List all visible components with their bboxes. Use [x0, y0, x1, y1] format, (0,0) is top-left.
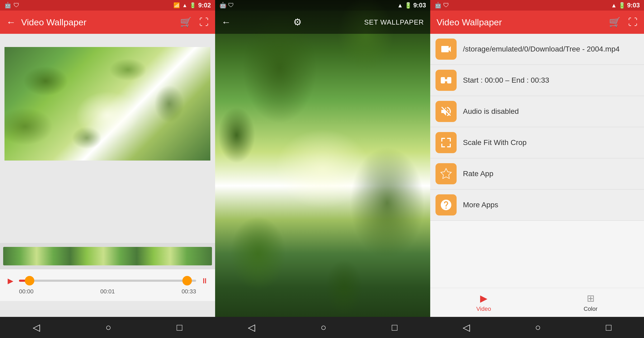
menu-item-time-range[interactable]: Start : 00:00 – End : 00:33: [430, 65, 644, 96]
menu-item-scale-fit-label: Scale Fit With Crop: [463, 138, 527, 147]
toolbar-panel3: Video Wallpaper 🛒 ⛶: [430, 11, 644, 34]
scale-fit-icon-box: [435, 132, 457, 153]
settings-button-panel2[interactable]: ⚙: [293, 17, 302, 28]
back-button-panel2[interactable]: ←: [221, 17, 231, 28]
shield-icon-p3: 🛡: [443, 2, 449, 8]
status-left-icons: 🤖 🛡: [4, 2, 19, 9]
status-right-panel3: ▲ 🔋 9:03: [611, 2, 640, 9]
panel-video-preview: 🤖 🛡 ▲ 🔋 9:03 ← ⚙ SET WALLPAPER ◁ ○ □: [215, 0, 430, 338]
battery-p2: 🔋: [405, 2, 412, 9]
cart-icon-panel3[interactable]: 🛒: [609, 17, 621, 28]
home-nav-panel1[interactable]: ○: [106, 322, 111, 333]
tab-color[interactable]: ⊞ Color: [537, 288, 644, 317]
nav-bar-panel2: ◁ ○ □: [215, 317, 430, 338]
audio-mute-icon: [440, 105, 452, 118]
android-icon: 🤖: [4, 2, 11, 9]
menu-item-file-path[interactable]: /storage/emulated/0/Download/Tree - 2004…: [430, 34, 644, 65]
recents-nav-panel2[interactable]: □: [392, 322, 397, 333]
audio-text: Audio is disabled: [463, 107, 519, 116]
wifi-p2: ▲: [397, 2, 403, 9]
svg-rect-1: [447, 77, 451, 83]
start-time-label: 00:00: [19, 288, 34, 295]
recents-nav-panel3[interactable]: □: [606, 322, 612, 333]
star-icon: [440, 167, 452, 180]
video-camera-icon: [440, 43, 452, 55]
cart-icon-panel1[interactable]: 🛒: [180, 17, 192, 28]
fullscreen-icon-panel3[interactable]: ⛶: [628, 17, 638, 28]
app-title-panel1: Video Wallpaper: [21, 17, 175, 27]
time-range-icon: [440, 74, 452, 87]
back-nav-panel1[interactable]: ◁: [33, 322, 40, 333]
wifi-icon: ▲: [182, 2, 187, 8]
timeline-container[interactable]: [0, 243, 215, 269]
home-nav-panel2[interactable]: ○: [321, 322, 326, 333]
fullscreen-icon-panel1[interactable]: ⛶: [199, 17, 209, 28]
progress-row: ▶ ⏸: [5, 275, 210, 286]
app-title-panel3: Video Wallpaper: [437, 17, 604, 27]
status-bar-panel1: 🤖 🛡 📶 ▲ 🔋 9:02: [0, 0, 215, 11]
panel-settings: 🤖 🛡 ▲ 🔋 9:03 Video Wallpaper 🛒 ⛶ /storag…: [430, 0, 644, 338]
scale-fit-text: Scale Fit With Crop: [463, 138, 527, 147]
menu-item-audio[interactable]: Audio is disabled: [430, 96, 644, 127]
battery-p3: 🔋: [618, 2, 626, 9]
android-icon-p3: 🤖: [434, 2, 442, 8]
status-bar-panel2: 🤖 🛡 ▲ 🔋 9:03: [215, 0, 430, 11]
play-tab-icon: ▶: [480, 293, 487, 304]
time-range-text: Start : 00:00 – End : 00:33: [463, 76, 549, 84]
video-background: [215, 0, 430, 338]
back-nav-panel3[interactable]: ◁: [463, 322, 470, 333]
timeline-strip[interactable]: [3, 247, 212, 265]
sim-icon: 📶: [173, 2, 180, 8]
file-path-text: /storage/emulated/0/Download/Tree - 2004…: [463, 45, 620, 53]
toolbar-actions-panel1: 🛒 ⛶: [180, 17, 209, 28]
playback-controls: ▶ ⏸ 00:00 00:01 00:33: [0, 269, 215, 301]
status-time-panel3: 9:03: [627, 2, 640, 9]
menu-item-more-apps[interactable]: More Apps: [430, 190, 644, 220]
svg-rect-0: [441, 77, 445, 83]
start-thumb[interactable]: [25, 276, 34, 285]
menu-item-file-path-label: /storage/emulated/0/Download/Tree - 2004…: [463, 45, 620, 53]
scale-fit-icon: [440, 136, 452, 149]
tab-color-label: Color: [584, 306, 598, 312]
bottom-tabs: ▶ Video ⊞ Color: [430, 288, 644, 317]
tab-video[interactable]: ▶ Video: [430, 288, 537, 317]
tab-video-label: Video: [476, 306, 491, 312]
menu-item-time-range-label: Start : 00:00 – End : 00:33: [463, 76, 549, 84]
wifi-p3: ▲: [611, 2, 617, 9]
set-wallpaper-button[interactable]: SET WALLPAPER: [364, 18, 424, 26]
android-icon-p2: 🤖: [219, 2, 226, 8]
star-icon-box: [435, 163, 457, 184]
status-time-panel1: 9:02: [198, 2, 211, 9]
home-nav-panel3[interactable]: ○: [535, 322, 541, 333]
nav-bar-panel3: ◁ ○ □: [430, 317, 644, 338]
menu-item-rate-app[interactable]: Rate App: [430, 158, 644, 189]
panel-video-editor: 🤖 🛡 📶 ▲ 🔋 9:02 ← Video Wallpaper 🛒 ⛶: [0, 0, 215, 338]
back-nav-panel2[interactable]: ◁: [248, 322, 255, 333]
pause-button[interactable]: ⏸: [199, 275, 210, 286]
status-left-panel2: 🤖 🛡: [219, 2, 234, 9]
play-button[interactable]: ▶: [5, 275, 16, 286]
menu-item-scale-fit[interactable]: Scale Fit With Crop: [430, 127, 644, 158]
shield-icon-p2: 🛡: [228, 2, 234, 8]
toolbar-panel1: ← Video Wallpaper 🛒 ⛶: [0, 11, 215, 34]
svg-rect-2: [445, 79, 447, 81]
toolbar-panel2: ← ⚙ SET WALLPAPER: [215, 11, 430, 34]
more-apps-text: More Apps: [463, 201, 498, 209]
status-time-panel2: 9:03: [413, 2, 426, 9]
divider-6: [430, 220, 644, 221]
status-right-icons: 📶 ▲ 🔋 9:02: [173, 2, 211, 9]
status-bar-panel3: 🤖 🛡 ▲ 🔋 9:03: [430, 0, 644, 11]
time-range-icon-box: [435, 70, 457, 91]
video-area-panel1: ▶ ⏸ 00:00 00:01 00:33: [0, 34, 215, 317]
back-button-panel1[interactable]: ←: [6, 17, 16, 28]
shield-icon: 🛡: [13, 2, 19, 9]
question-icon-box: [435, 194, 457, 215]
progress-bar[interactable]: [19, 280, 196, 282]
menu-item-more-apps-label: More Apps: [463, 201, 498, 209]
menu-item-rate-app-label: Rate App: [463, 170, 493, 178]
mid-time-label: 00:01: [100, 288, 115, 295]
grid-tab-icon: ⊞: [587, 293, 595, 304]
end-thumb[interactable]: [182, 276, 192, 285]
recents-nav-panel1[interactable]: □: [177, 322, 182, 333]
nav-bar-panel1: ◁ ○ □: [0, 317, 215, 338]
